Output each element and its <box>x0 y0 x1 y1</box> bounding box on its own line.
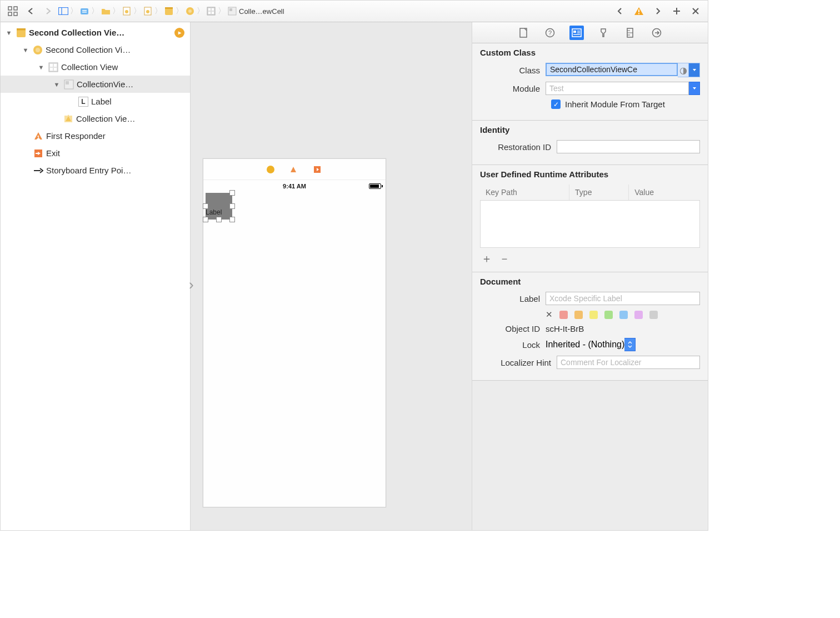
color-swatch-purple[interactable] <box>634 311 643 319</box>
svg-point-10 <box>125 10 128 13</box>
resize-handle[interactable] <box>229 217 235 222</box>
disclosure-triangle-icon[interactable]: ▼ <box>5 29 13 36</box>
battery-icon <box>369 183 381 189</box>
localizer-hint-field[interactable] <box>557 356 700 369</box>
class-jump-button[interactable]: ◑ <box>678 63 689 77</box>
outline-exit-row[interactable]: Exit <box>1 144 190 162</box>
class-field[interactable] <box>546 63 678 76</box>
cell-icon[interactable] <box>227 6 237 16</box>
panel-icon[interactable] <box>58 6 68 16</box>
svg-rect-18 <box>208 8 211 11</box>
resize-handle[interactable] <box>229 203 235 209</box>
color-swatch-green[interactable] <box>604 311 613 319</box>
add-attribute-button[interactable]: ＋ <box>481 251 492 266</box>
flow-layout-icon <box>63 113 73 124</box>
doc-label-label: Label <box>480 294 546 303</box>
project-icon[interactable] <box>79 6 89 16</box>
size-inspector-tab[interactable] <box>623 26 637 40</box>
inherit-module-checkbox[interactable]: ✓ <box>551 99 561 109</box>
outline-scene-row[interactable]: ▼ Second Collection Vie… ▸ <box>1 24 190 41</box>
outline-collection-view-row[interactable]: ▼ Collection View <box>1 58 190 76</box>
close-editor-button[interactable] <box>688 4 703 18</box>
column-header[interactable]: Value <box>629 185 700 200</box>
svg-rect-37 <box>50 68 53 71</box>
resize-handle[interactable] <box>203 217 208 222</box>
document-outline: ▼ Second Collection Vie… ▸ ▼ Second Coll… <box>1 22 191 530</box>
resize-handle[interactable] <box>216 217 222 222</box>
warning-icon[interactable] <box>631 4 647 18</box>
color-swatch-blue[interactable] <box>619 311 628 319</box>
outline-flow-layout-row[interactable]: Collection Vie… <box>1 110 190 127</box>
collection-view-icon[interactable] <box>206 6 216 16</box>
svg-rect-25 <box>638 13 639 14</box>
custom-class-section: Custom Class Class ◑ Module <box>472 43 708 121</box>
scene-dock <box>203 159 386 180</box>
disclosure-triangle-icon[interactable]: ▼ <box>37 64 45 71</box>
svg-rect-14 <box>165 7 173 9</box>
doc-label-field[interactable] <box>546 292 700 305</box>
outline-controller-row[interactable]: ▼ Second Collection Vi… <box>1 41 190 58</box>
column-header[interactable]: Key Path <box>480 185 569 200</box>
canvas[interactable]: › 9:41 AM Label <box>191 22 472 530</box>
breadcrumb: 〉 〉 〉 〉 〉 〉 〉 〉 Colle…ewCell <box>58 6 610 16</box>
breadcrumb-label[interactable]: Colle…ewCell <box>239 7 284 16</box>
resize-handle[interactable] <box>229 190 235 196</box>
svg-rect-2 <box>8 12 12 16</box>
module-label: Module <box>480 84 546 93</box>
module-dropdown-button[interactable] <box>689 82 700 95</box>
first-responder-dock-icon[interactable] <box>288 164 298 175</box>
history-forward-button[interactable] <box>41 4 56 18</box>
history-back-button[interactable] <box>23 4 38 18</box>
controller-icon[interactable] <box>185 6 195 16</box>
device-frame: 9:41 AM Label <box>203 158 386 507</box>
disclosure-triangle-icon[interactable]: ▼ <box>22 47 29 53</box>
related-items-button[interactable] <box>5 4 21 18</box>
svg-rect-7 <box>82 10 87 11</box>
exit-dock-icon[interactable] <box>312 164 322 175</box>
svg-point-33 <box>36 48 40 52</box>
lock-select[interactable]: Inherited - (Nothing) <box>546 338 624 351</box>
color-swatch-yellow[interactable] <box>589 311 598 319</box>
color-none-button[interactable]: ✕ <box>546 310 553 320</box>
outline-label-row[interactable]: L Label <box>1 93 190 110</box>
class-dropdown-button[interactable] <box>689 63 700 77</box>
svg-rect-38 <box>54 68 57 71</box>
runtime-table-body[interactable] <box>480 201 700 248</box>
color-swatch-orange[interactable] <box>574 311 583 319</box>
remove-attribute-button[interactable]: － <box>499 251 510 266</box>
module-field[interactable] <box>546 82 689 95</box>
outline-toggle-icon[interactable]: › <box>189 276 194 293</box>
add-editor-button[interactable] <box>669 4 684 18</box>
status-time: 9:41 AM <box>283 183 306 190</box>
outline-cell-row[interactable]: ▼ CollectionVie… <box>1 76 190 93</box>
connections-inspector-tab[interactable] <box>649 26 664 40</box>
file-icon[interactable] <box>122 6 132 16</box>
outline-label: First Responder <box>46 131 106 141</box>
scene-icon[interactable] <box>164 6 174 16</box>
resize-handle[interactable] <box>203 203 208 209</box>
outline-label: Second Collection Vi… <box>46 45 131 54</box>
lock-dropdown-button[interactable] <box>624 338 636 351</box>
color-swatch-gray[interactable] <box>649 311 658 319</box>
issue-back-button[interactable] <box>612 4 628 18</box>
file-icon[interactable] <box>143 6 153 16</box>
color-swatch-red[interactable] <box>559 311 568 319</box>
column-header[interactable]: Type <box>569 185 629 200</box>
attributes-inspector-tab[interactable] <box>596 26 611 40</box>
outline-entry-point-row[interactable]: Storyboard Entry Poi… <box>1 162 190 179</box>
object-id-label: Object ID <box>480 324 546 333</box>
collection-view-icon <box>48 62 58 72</box>
restoration-id-field[interactable] <box>557 140 700 153</box>
chevron-right-icon: 〉 <box>154 6 162 16</box>
view-controller-dock-icon[interactable] <box>267 166 274 173</box>
outline-label: Label <box>91 97 112 106</box>
folder-icon[interactable] <box>101 6 111 16</box>
canvas-cell-label: Label <box>206 208 222 216</box>
identity-inspector-tab[interactable] <box>569 26 584 40</box>
chevron-right-icon: 〉 <box>70 6 78 16</box>
help-inspector-tab[interactable]: ? <box>543 26 557 40</box>
disclosure-triangle-icon[interactable]: ▼ <box>53 81 61 88</box>
outline-first-responder-row[interactable]: 1 First Responder <box>1 127 190 144</box>
issue-forward-button[interactable] <box>650 4 666 18</box>
file-inspector-tab[interactable] <box>516 26 531 40</box>
